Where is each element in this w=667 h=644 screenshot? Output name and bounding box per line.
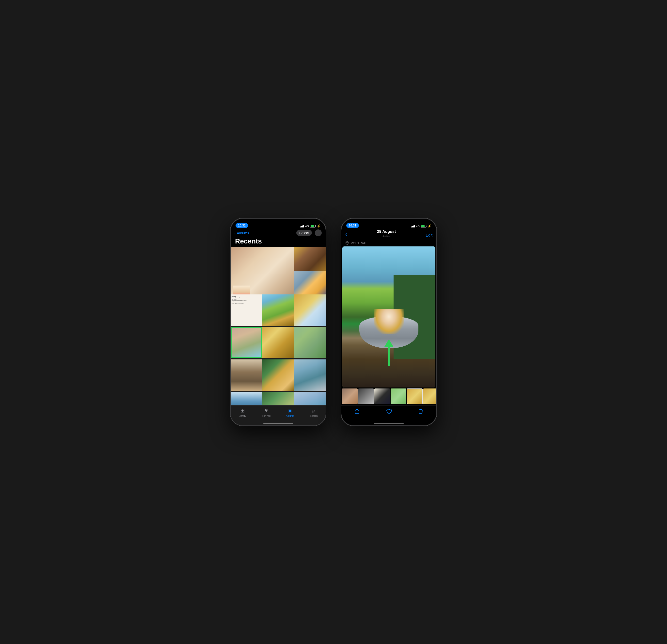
heart-icon bbox=[386, 408, 392, 414]
library-icon: ⊞ bbox=[240, 407, 245, 414]
select-button[interactable]: Select bbox=[296, 230, 312, 236]
status-time-right: 10:31 bbox=[346, 223, 359, 228]
signal-bars-left bbox=[300, 225, 304, 227]
heart-button[interactable] bbox=[386, 408, 392, 416]
battery-right bbox=[421, 225, 426, 227]
battery-left bbox=[310, 225, 315, 227]
back-label: Albums bbox=[237, 231, 249, 235]
edit-button[interactable]: Edit bbox=[425, 233, 433, 238]
photo-cell-7[interactable] bbox=[294, 327, 326, 358]
photo-cell-12[interactable] bbox=[262, 392, 294, 405]
detail-title-area: 29 August 11:30 bbox=[347, 229, 425, 238]
charging-icon-right: ⚡ bbox=[427, 224, 432, 228]
back-button[interactable]: ‹ Albums bbox=[234, 231, 249, 235]
strip-thumb-3[interactable] bbox=[374, 388, 390, 404]
more-button[interactable]: ··· bbox=[315, 229, 322, 236]
status-time-left: 10:31 bbox=[235, 223, 248, 228]
for-you-icon: ♥ bbox=[264, 407, 268, 414]
home-indicator-left bbox=[263, 423, 293, 424]
chevron-left-icon: ‹ bbox=[234, 231, 236, 235]
tab-albums[interactable]: ▣ Albums bbox=[278, 407, 302, 417]
tab-for-you-label: For You bbox=[262, 415, 271, 417]
grid-top-section bbox=[231, 247, 326, 294]
right-phone: 10:31 4G ⚡ ‹ 29 August 11:30 bbox=[341, 218, 437, 426]
detail-date: 29 August bbox=[347, 229, 425, 234]
green-arrow bbox=[385, 339, 393, 366]
grid-row-2: Its Fate Space ails us moderna: we are s… bbox=[231, 294, 326, 326]
page-title: Recents bbox=[234, 237, 322, 245]
photos-nav: ‹ Albums Select ··· bbox=[234, 229, 322, 236]
tab-search[interactable]: ⌕ Search bbox=[302, 407, 326, 417]
search-icon: ⌕ bbox=[312, 407, 315, 414]
cube-icon bbox=[345, 241, 349, 245]
home-indicator-right bbox=[374, 423, 404, 424]
photo-cell-9[interactable] bbox=[262, 359, 294, 391]
status-icons-left: 4G ⚡ bbox=[300, 224, 321, 228]
grid-row-5 bbox=[231, 392, 326, 405]
signal-bars-right bbox=[411, 225, 415, 227]
photo-cell-5[interactable] bbox=[294, 294, 326, 326]
photo-cell-10[interactable] bbox=[294, 359, 326, 391]
portrait-badge: PORTRAIT bbox=[341, 240, 436, 246]
photo-grid: Its Fate Space ails us moderna: we are s… bbox=[231, 247, 326, 405]
charging-icon-left: ⚡ bbox=[317, 224, 321, 228]
photo-cell-4[interactable] bbox=[262, 294, 294, 326]
detail-back-button[interactable]: ‹ bbox=[345, 231, 347, 238]
trash-icon bbox=[418, 408, 424, 414]
tab-bar-left: ⊞ Library ♥ For You ▣ Albums ⌕ Search bbox=[231, 405, 326, 425]
arrow-head-icon bbox=[385, 339, 393, 347]
strip-thumb-2[interactable] bbox=[358, 388, 374, 404]
detail-time: 11:30 bbox=[347, 234, 425, 238]
tab-albums-label: Albums bbox=[286, 415, 294, 417]
tab-library-label: Library bbox=[239, 415, 246, 417]
tab-for-you[interactable]: ♥ For You bbox=[255, 407, 278, 417]
photo-cell-3[interactable]: Its Fate Space ails us moderna: we are s… bbox=[231, 294, 262, 326]
photo-cell-6[interactable] bbox=[262, 327, 294, 358]
photos-screen: 10:31 4G ⚡ ‹ Albums bbox=[231, 219, 326, 425]
photo-cell-8[interactable] bbox=[231, 359, 262, 391]
detail-toolbar bbox=[341, 405, 436, 425]
photo-cell-11[interactable] bbox=[231, 392, 262, 405]
strip-thumb-6[interactable] bbox=[423, 388, 436, 404]
photos-actions: Select ··· bbox=[296, 229, 322, 236]
battery-fill-left bbox=[311, 225, 314, 227]
share-icon bbox=[354, 408, 360, 414]
photo-cell-13[interactable] bbox=[294, 392, 326, 405]
portrait-badge-label: PORTRAIT bbox=[351, 241, 367, 245]
main-photo[interactable] bbox=[342, 246, 435, 387]
arrow-shaft bbox=[388, 347, 390, 366]
tab-library[interactable]: ⊞ Library bbox=[231, 407, 255, 417]
albums-icon: ▣ bbox=[288, 407, 293, 414]
grid-row-4 bbox=[231, 359, 326, 391]
strip-thumb-4[interactable] bbox=[391, 388, 406, 404]
grid-row-3 bbox=[231, 327, 326, 359]
network-type-left: 4G bbox=[305, 225, 309, 228]
photo-cell-selected[interactable] bbox=[231, 327, 262, 358]
notch-right bbox=[369, 219, 409, 226]
film-strip[interactable] bbox=[341, 387, 436, 405]
left-phone: 10:31 4G ⚡ ‹ Albums bbox=[230, 218, 326, 426]
strip-thumb-1[interactable] bbox=[342, 388, 358, 404]
battery-fill-right bbox=[421, 225, 425, 227]
tab-search-label: Search bbox=[310, 415, 318, 417]
network-type-right: 4G bbox=[416, 225, 420, 228]
detail-screen: 10:31 4G ⚡ ‹ 29 August 11:30 bbox=[341, 219, 436, 425]
status-icons-right: 4G ⚡ bbox=[411, 224, 432, 228]
strip-thumb-5-active[interactable] bbox=[407, 388, 423, 404]
share-button[interactable] bbox=[354, 408, 360, 416]
notch bbox=[258, 219, 298, 226]
trash-button[interactable] bbox=[418, 408, 424, 416]
